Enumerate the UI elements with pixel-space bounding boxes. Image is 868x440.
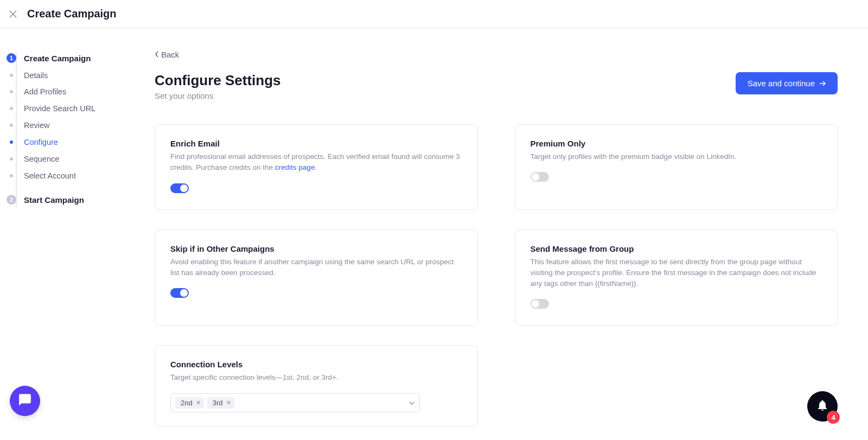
sidebar-item-label: Select Account <box>24 171 76 181</box>
close-icon[interactable] <box>9 10 17 18</box>
save-continue-button[interactable]: Save and continue <box>736 72 838 94</box>
main-content: Back Configure Settings Set your options… <box>144 28 868 439</box>
sidebar-item-add-profiles[interactable]: Add Profiles <box>5 84 144 100</box>
sidebar-item-sequence[interactable]: Sequence <box>5 151 144 168</box>
step-dot-icon <box>7 87 16 97</box>
tag-2nd: 2nd ✕ <box>175 397 204 409</box>
tag-3rd: 3rd ✕ <box>207 397 234 409</box>
step-label: Start Campaign <box>24 195 84 206</box>
step-dot-icon <box>7 71 16 80</box>
card-title: Premium Only <box>531 139 822 148</box>
toggle-skip-campaigns[interactable] <box>170 288 189 298</box>
chat-icon <box>18 393 32 409</box>
step-label: Create Campaign <box>24 53 91 64</box>
chevron-left-icon <box>155 50 159 59</box>
card-description: Target specific connection levels—1st, 2… <box>170 372 462 383</box>
step-dot-icon <box>7 171 16 181</box>
sidebar-item-label: Details <box>24 71 48 81</box>
card-enrich-email: Enrich Email Find professional email add… <box>155 124 478 210</box>
credits-page-link[interactable]: credits page <box>275 163 315 171</box>
page-title: Configure Settings <box>155 72 281 89</box>
step-start-campaign[interactable]: 2 Start Campaign <box>5 192 144 209</box>
modal-title: Create Campaign <box>27 8 117 20</box>
card-connection-levels: Connection Levels Target specific connec… <box>155 345 478 426</box>
step-number-1: 1 <box>7 53 16 63</box>
sidebar-item-label: Sequence <box>24 154 59 164</box>
toggle-premium-only[interactable] <box>531 172 549 182</box>
step-dot-icon <box>7 120 16 130</box>
card-send-from-group: Send Message from Group This feature all… <box>515 229 838 326</box>
card-title: Send Message from Group <box>531 244 822 253</box>
sidebar-item-details[interactable]: Details <box>5 67 144 84</box>
notification-badge: 4 <box>827 411 840 424</box>
sidebar: 1 Create Campaign Details Add Profiles P… <box>0 28 144 439</box>
sidebar-item-configure[interactable]: Configure <box>5 134 144 151</box>
step-number-2: 2 <box>7 195 16 205</box>
sidebar-item-select-account[interactable]: Select Account <box>5 168 144 184</box>
card-premium-only: Premium Only Target only profiles with t… <box>515 124 838 210</box>
card-title: Skip if in Other Campaigns <box>170 244 462 253</box>
chevron-down-icon <box>409 398 415 407</box>
modal-header: Create Campaign <box>0 0 868 28</box>
step-dot-icon <box>7 137 16 147</box>
step-dot-icon <box>7 154 16 164</box>
arrow-right-icon <box>819 79 826 88</box>
sidebar-item-label: Add Profiles <box>24 87 66 97</box>
sidebar-item-review[interactable]: Review <box>5 117 144 134</box>
sidebar-item-label: Review <box>24 120 50 131</box>
card-title: Enrich Email <box>170 139 462 148</box>
card-description: Avoid enabling this feature if another c… <box>170 257 462 279</box>
save-button-label: Save and continue <box>748 79 815 88</box>
step-create-campaign[interactable]: 1 Create Campaign <box>5 50 144 67</box>
tag-remove-icon[interactable]: ✕ <box>196 399 201 406</box>
bell-icon <box>816 399 829 414</box>
page-subtitle: Set your options <box>155 91 281 100</box>
card-skip-other-campaigns: Skip if in Other Campaigns Avoid enablin… <box>155 229 478 326</box>
back-label: Back <box>161 50 179 59</box>
card-title: Connection Levels <box>170 360 462 369</box>
notifications-button[interactable]: 4 <box>807 391 838 422</box>
sidebar-item-label: Provide Search URL <box>24 104 95 114</box>
card-description: Find professional email addresses of pro… <box>170 151 462 174</box>
step-dot-icon <box>7 104 16 113</box>
card-description: Target only profiles with the premium ba… <box>531 151 822 162</box>
tag-label: 3rd <box>213 399 223 407</box>
card-desc-text: . <box>315 163 317 171</box>
card-description: This feature allows the first message to… <box>531 257 822 290</box>
sidebar-item-label: Configure <box>24 137 58 148</box>
toggle-send-from-group[interactable] <box>531 299 549 309</box>
sidebar-item-search-url[interactable]: Provide Search URL <box>5 100 144 117</box>
connection-levels-select[interactable]: 2nd ✕ 3rd ✕ <box>170 393 420 412</box>
back-link[interactable]: Back <box>155 50 179 59</box>
tag-remove-icon[interactable]: ✕ <box>226 399 231 406</box>
tag-label: 2nd <box>181 399 193 407</box>
chat-widget-button[interactable] <box>10 386 40 416</box>
toggle-enrich-email[interactable] <box>170 183 189 193</box>
